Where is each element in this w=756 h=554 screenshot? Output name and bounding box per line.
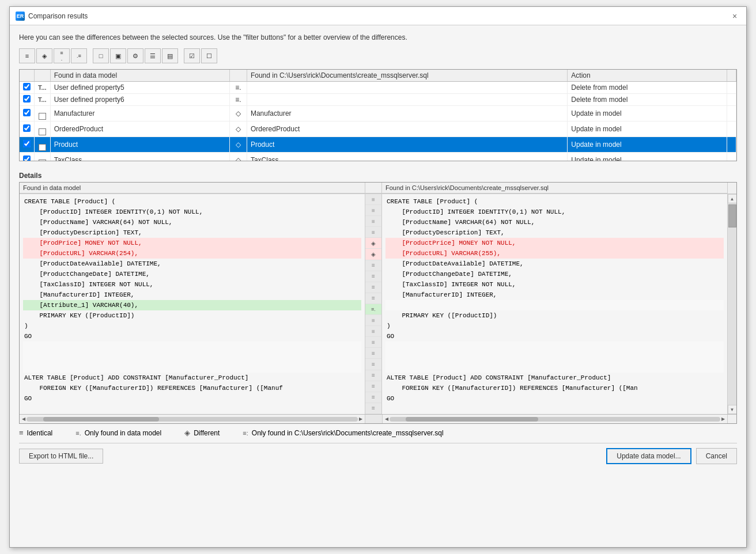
only-model-filter-btn[interactable]: ≡. xyxy=(54,48,70,63)
code-line: [ProductDateAvailable] DATETIME, xyxy=(385,259,724,269)
code-line: CREATE TABLE [Product] ( xyxy=(385,196,724,207)
detail-view-btn[interactable]: ▤ xyxy=(162,48,178,63)
table-row[interactable]: T...User defined property6≡.Delete from … xyxy=(20,94,736,106)
row-checkbox[interactable] xyxy=(23,95,31,103)
comparison-table-wrapper: Found in data model Found in C:\Users\ri… xyxy=(19,69,737,161)
table-row[interactable]: T...User defined property5≡.Delete from … xyxy=(20,82,736,94)
scroll-track[interactable] xyxy=(728,203,737,405)
table-row[interactable]: Manufacturer◇ManufacturerUpdate in model xyxy=(20,106,736,122)
col-diff-header xyxy=(229,70,247,82)
code-line: PRIMARY KEY ([ProductID]) xyxy=(23,310,361,321)
details-right-header: Found in C:\Users\rick\Documents\create_… xyxy=(382,183,727,193)
code-line: GO xyxy=(23,393,361,404)
scroll-up-arrow[interactable]: ▲ xyxy=(728,194,737,203)
only-model-label: Only found in data model xyxy=(85,429,161,437)
check-all-icon: ☑ xyxy=(189,52,195,60)
row-source2-name: Manufacturer xyxy=(247,106,567,122)
row-name: User defined property5 xyxy=(50,82,229,94)
diff-marker: ≡ xyxy=(365,216,381,227)
row-checkbox[interactable] xyxy=(23,83,31,90)
update-model-button[interactable]: Update data model... xyxy=(606,448,691,464)
list-view-btn[interactable]: ☰ xyxy=(145,48,161,63)
check-all-btn[interactable]: ☑ xyxy=(184,48,200,63)
different-icon: ◈ xyxy=(184,428,190,437)
collapse-btn[interactable]: ▣ xyxy=(110,48,126,63)
details-section: Details Found in data model Found in C:\… xyxy=(19,172,737,424)
code-line: ALTER TABLE [Product] ADD CONSTRAINT [Ma… xyxy=(23,373,361,383)
code-line xyxy=(385,300,724,310)
left-code-pane[interactable]: CREATE TABLE [Product] ( [ProductID] INT… xyxy=(20,194,365,414)
uncheck-all-btn[interactable]: ☐ xyxy=(201,48,217,63)
app-icon: ER xyxy=(16,12,25,21)
expand-icon: □ xyxy=(99,52,103,59)
title-bar: ER Comparison results × xyxy=(10,7,746,25)
file-icon: .≡ xyxy=(77,53,81,59)
row-checkbox[interactable] xyxy=(23,140,31,147)
cancel-button[interactable]: Cancel xyxy=(696,448,737,464)
row-action: Delete from model xyxy=(568,94,727,106)
diff-marker: ≡ xyxy=(365,359,381,370)
left-scroll-left-arrow[interactable]: ◀ xyxy=(22,416,25,422)
comparison-dialog: ER Comparison results × Here you can see… xyxy=(9,6,747,548)
diff-filter-btn[interactable]: ◈ xyxy=(36,48,52,63)
table-row[interactable]: Product◇ProductUpdate in model xyxy=(20,137,736,153)
row-checkbox[interactable] xyxy=(23,109,31,116)
identical-icon: ≡ xyxy=(19,428,24,437)
row-diff-icon: ◇ xyxy=(229,153,247,161)
scroll-down-arrow[interactable]: ▼ xyxy=(728,405,737,414)
diff-marker: ≡ xyxy=(365,392,381,403)
row-name: User defined property6 xyxy=(50,94,229,106)
row-checkbox[interactable] xyxy=(23,155,31,161)
code-line: [ProductyDescription] TEXT, xyxy=(23,227,361,238)
right-scroll-left-arrow[interactable]: ◀ xyxy=(385,416,388,422)
right-code-pane[interactable]: CREATE TABLE [Product] ( [ProductID] INT… xyxy=(382,194,727,414)
diff-marker: ◈ xyxy=(365,238,381,249)
col-check-header xyxy=(20,70,35,82)
diff-marker: ≡ xyxy=(365,381,381,392)
code-line: GO xyxy=(23,331,361,341)
legend-different: ◈ Different xyxy=(184,428,220,437)
diff-marker: ≡ xyxy=(365,326,381,337)
code-line: [ManufacturerID] INTEGER, xyxy=(385,290,724,300)
row-type-icon xyxy=(35,122,51,137)
code-line: GO xyxy=(385,393,724,404)
row-name: Manufacturer xyxy=(50,106,229,122)
diff-marker: ≡ xyxy=(365,227,381,238)
legend-only-file: ≡: Only found in C:\Users\rick\Documents… xyxy=(243,428,443,437)
collapse-icon: ▣ xyxy=(115,52,121,60)
horiz-scroll-area: ◀ ▶ ◀ ▶ xyxy=(20,414,736,423)
expand-btn[interactable]: □ xyxy=(93,48,109,63)
details-header-row: Found in data model Found in C:\Users\ri… xyxy=(20,183,736,194)
diff-marker: ≡ xyxy=(365,348,381,359)
equal-filter-btn[interactable]: ≡ xyxy=(19,48,35,63)
row-checkbox[interactable] xyxy=(23,124,31,132)
code-line: [ManufacturerID] INTEGER, xyxy=(23,290,361,300)
row-action: Delete from model xyxy=(568,82,727,94)
comparison-table: Found in data model Found in C:\Users\ri… xyxy=(20,70,736,161)
row-action: Update in model xyxy=(568,137,727,153)
code-line: [ProductyDescription] TEXT, xyxy=(385,227,724,238)
close-button[interactable]: × xyxy=(729,10,740,22)
only-file-icon: ≡: xyxy=(243,430,248,437)
diff-marker: ◈ xyxy=(365,249,381,260)
diff-marker: ≡ xyxy=(365,337,381,348)
export-html-button[interactable]: Export to HTML file... xyxy=(19,449,103,464)
row-action: Update in model xyxy=(568,106,727,122)
toolbar: ≡ ◈ ≡. .≡ □ ▣ xyxy=(19,48,737,63)
scroll-thumb xyxy=(728,204,736,227)
row-name: TaxClass xyxy=(50,153,229,161)
row-source2-name xyxy=(247,82,567,94)
only-file-filter-btn[interactable]: .≡ xyxy=(71,48,87,63)
code-line: [Attribute_1] VARCHAR(40), xyxy=(23,300,361,310)
vertical-scrollbar[interactable]: ▲ ▼ xyxy=(727,194,736,414)
code-line: ) xyxy=(23,321,361,331)
left-scroll-right-arrow[interactable]: ▶ xyxy=(359,416,362,422)
table-row[interactable]: TaxClass◇TaxClassUpdate in model xyxy=(20,153,736,161)
row-name: Product xyxy=(50,137,229,153)
right-scroll-right-arrow[interactable]: ▶ xyxy=(721,416,725,422)
code-line: [ProductPrice] MONEY NOT NULL, xyxy=(385,238,724,248)
row-type-icon: T... xyxy=(35,94,51,106)
table-row[interactable]: OrderedProduct◇OrderedProductUpdate in m… xyxy=(20,122,736,137)
check-group: ☑ ☐ xyxy=(184,48,217,63)
settings-btn[interactable]: ⚙ xyxy=(127,48,143,63)
